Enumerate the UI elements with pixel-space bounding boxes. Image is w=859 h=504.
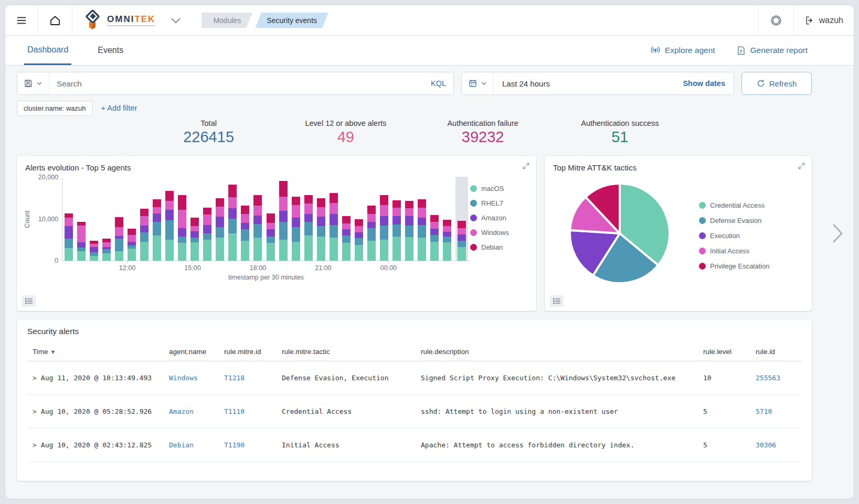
user-menu-button[interactable]: wazuh [794,5,854,35]
cell-agent[interactable]: Debian [169,441,224,449]
bar-bucket[interactable] [190,218,199,261]
bar-bucket[interactable] [430,215,439,261]
legend-item-defense-evasion[interactable]: Defense Evasion [699,217,769,224]
bar-bucket[interactable] [405,201,413,261]
legend-item-initial-access[interactable]: Initial Access [699,247,769,255]
cell-rule_id[interactable]: 255563 [756,374,801,382]
expand-panel-icon[interactable] [522,162,530,170]
bar-bucket[interactable] [317,198,325,261]
legend-item-windows[interactable]: Windows [470,229,529,237]
cell-mitre_id[interactable]: T1110 [224,408,282,415]
home-button[interactable] [38,5,72,35]
bar-segment-macos [90,256,98,261]
bar-bucket[interactable] [203,208,211,261]
legend-item-privilege-escalation[interactable]: Privilege Escalation [699,262,769,270]
bar-segment-rhel7 [165,220,174,240]
health-check-button[interactable] [759,5,793,35]
bar-bucket[interactable] [367,206,376,261]
next-panels-chevron[interactable] [831,223,844,244]
bar-bucket[interactable] [279,181,288,261]
cell-mitre_id[interactable]: T1190 [224,441,282,449]
time-range-value[interactable]: Last 24 hours [494,79,674,88]
cell-agent[interactable]: Windows [169,374,224,382]
legend-toggle-button[interactable] [550,295,564,307]
refresh-button[interactable]: Refresh [741,72,812,95]
bar-bucket[interactable] [380,195,388,261]
legend-item-amazon[interactable]: Amazon [470,214,529,222]
bar-bucket[interactable] [355,219,363,261]
bar-bucket[interactable] [178,195,186,261]
generate-report-button[interactable]: Generate report [736,36,808,65]
bar-bucket[interactable] [304,195,313,261]
column-header-rule-level: rule.level [703,348,756,356]
breadcrumb-expander[interactable] [165,5,187,35]
legend-color-dot [699,263,706,270]
bar-bucket[interactable] [458,221,466,261]
bar-bucket[interactable] [165,191,174,261]
add-filter-button[interactable]: + Add filter [101,104,137,112]
expand-row-icon[interactable]: > [33,408,37,415]
bar-segment-macos [241,241,249,261]
cell-rule_id[interactable]: 5710 [756,408,801,415]
bar-bucket[interactable] [418,199,426,261]
metric-auth-failure: Authentication failure 39232 [415,119,552,152]
search-input[interactable] [49,79,423,88]
bar-segment-rhel7 [267,237,275,243]
legend-toggle-button[interactable] [22,295,36,307]
explore-agent-button[interactable]: Explore agent [650,36,715,65]
tab-events[interactable]: Events [94,36,126,65]
query-language-button[interactable]: KQL [423,79,453,88]
bar-bucket[interactable] [128,229,136,261]
legend-item-execution[interactable]: Execution [699,232,769,240]
bar-segment-amazon [304,214,313,221]
bar-bucket[interactable] [292,197,300,261]
bar-bucket[interactable] [330,193,338,261]
bar-bucket[interactable] [228,185,237,261]
bar-bucket[interactable] [90,241,98,261]
bar-segment-macos [330,238,338,261]
breadcrumb-modules[interactable]: Modules [202,13,252,28]
cell-rule_id[interactable]: 30306 [756,441,801,449]
legend-item-macos[interactable]: macOS [470,185,529,192]
bar-bucket[interactable] [102,239,111,261]
menu-button[interactable] [5,5,38,35]
bar-bucket[interactable] [342,216,351,261]
legend-color-dot [699,248,706,254]
chevron-down-icon [36,80,43,87]
bar-segment-debian [355,219,363,226]
bar-segment-rhel7 [430,235,439,242]
legend-item-debian[interactable]: Debian [470,243,529,251]
legend-item-rhel7[interactable]: RHEL7 [470,199,529,207]
bar-bucket[interactable] [267,213,275,261]
cell-agent[interactable]: Amazon [169,408,224,415]
bar-bucket[interactable] [140,209,149,261]
omnitek-logo[interactable]: OMNITEK [72,10,165,31]
bar-segment-amazon [203,225,211,233]
bar-segment-debian [330,193,338,202]
bar-bucket[interactable] [216,198,224,261]
bar-segment-amazon [330,214,338,225]
bar-bucket[interactable] [253,195,262,261]
bar-bucket[interactable] [393,200,401,261]
bar-bucket[interactable] [65,213,73,261]
expand-row-icon[interactable]: > [33,374,37,382]
bar-segment-amazon [317,217,325,226]
bar-segment-amazon [430,229,439,235]
metric-value: 226415 [140,128,277,146]
bar-bucket[interactable] [153,199,161,261]
column-header-time[interactable]: Time▼ [27,348,169,356]
legend-item-credential-access[interactable]: Credential Access [699,201,769,209]
bar-bucket[interactable] [115,217,123,261]
filter-pill-cluster-name[interactable]: cluster.name: wazuh [17,101,93,116]
expand-row-icon[interactable]: > [33,441,37,449]
show-dates-button[interactable]: Show dates [674,79,734,88]
bar-bucket[interactable] [241,206,249,261]
bar-bucket[interactable] [77,222,86,261]
bar-bucket[interactable] [443,220,451,261]
saved-queries-button[interactable] [17,72,49,94]
cell-mitre_id[interactable]: T1218 [224,374,282,382]
bar-segment-rhel7 [393,224,401,236]
date-quick-select-button[interactable] [462,72,494,94]
expand-panel-icon[interactable] [798,162,805,170]
tab-dashboard[interactable]: Dashboard [24,36,71,65]
